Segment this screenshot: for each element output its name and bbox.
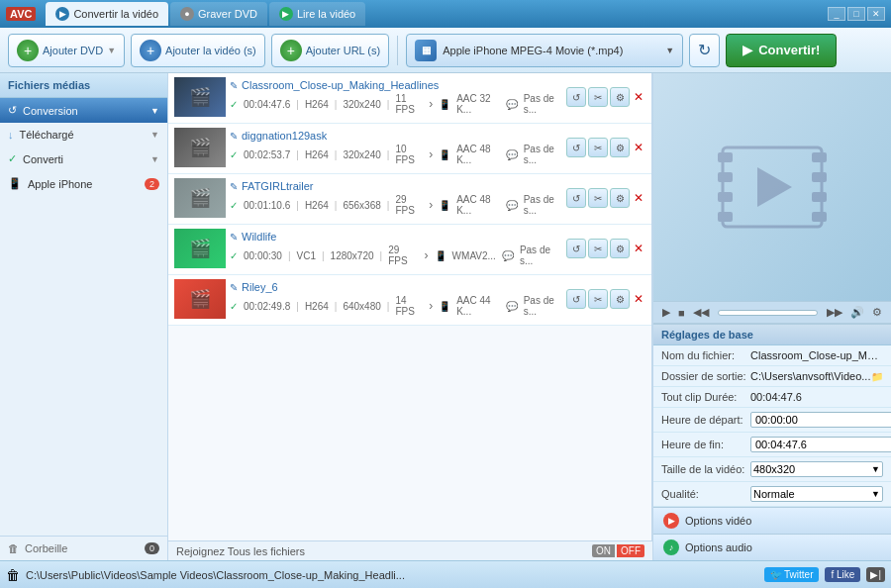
file-refresh-btn-2[interactable]: ↺ bbox=[566, 188, 586, 208]
file-item-1[interactable]: 🎬 ✎ diggnation129ask ✓ 00:02:53.7 | H264… bbox=[168, 124, 651, 174]
file-cut-btn-1[interactable]: ✂ bbox=[588, 138, 608, 157]
sidebar: Fichiers médias ↺ Conversion ▼ ↓ Télécha… bbox=[0, 73, 168, 560]
file-close-btn-2[interactable]: ✕ bbox=[632, 191, 645, 205]
add-url-button[interactable]: + Ajouter URL (s) bbox=[271, 34, 389, 67]
maximize-button[interactable]: □ bbox=[847, 7, 865, 21]
file-item-4[interactable]: 🎬 ✎ Riley_6 ✓ 00:02:49.8 | H264 | 640x48… bbox=[168, 275, 651, 326]
play-button[interactable]: ▶ bbox=[659, 305, 673, 320]
file-thumbnail-3: 🎬 bbox=[174, 229, 226, 268]
file-check-0: ✓ bbox=[230, 99, 238, 110]
progress-bar[interactable] bbox=[718, 310, 818, 316]
file-thumbnail-1: 🎬 bbox=[174, 128, 226, 167]
tab-dvd-label: Graver DVD bbox=[198, 8, 257, 20]
file-actions-2: ↺ ✂ ⚙ ✕ bbox=[566, 188, 645, 208]
sub-icon-2: 💬 bbox=[506, 200, 518, 211]
sidebar-header: Fichiers médias bbox=[0, 73, 167, 98]
file-close-btn-0[interactable]: ✕ bbox=[632, 90, 645, 104]
toggle-on[interactable]: ON bbox=[592, 544, 615, 557]
divider-2: | bbox=[296, 200, 299, 211]
twitter-icon: 🐦 bbox=[770, 569, 782, 580]
edit-icon-3: ✎ bbox=[230, 232, 238, 243]
file-settings-btn-2[interactable]: ⚙ bbox=[610, 188, 630, 208]
file-settings-btn-3[interactable]: ⚙ bbox=[610, 239, 630, 258]
sidebar-trash[interactable]: 🗑 Corbeille 0 bbox=[0, 536, 167, 560]
audio-4: AAC 44 K... bbox=[456, 295, 500, 317]
twitter-button[interactable]: 🐦 Twitter bbox=[764, 567, 819, 582]
add-dvd-dropdown-icon[interactable]: ▼ bbox=[107, 46, 116, 55]
file-cut-btn-0[interactable]: ✂ bbox=[588, 87, 608, 107]
sub-icon-4: 💬 bbox=[506, 301, 518, 312]
sidebar-item-converti[interactable]: ✓ Converti ▼ bbox=[0, 147, 167, 171]
file-list: 🎬 ✎ Classroom_Close-up_Making_Headlines … bbox=[168, 73, 652, 540]
file-settings-btn-1[interactable]: ⚙ bbox=[610, 138, 630, 157]
format-selector[interactable]: ▦ Apple iPhone MPEG-4 Movie (*.mp4) ▼ bbox=[406, 34, 683, 67]
settings-input-start[interactable] bbox=[750, 412, 891, 428]
file-meta-0: ✓ 00:04:47.6 | H264 | 320x240 | 11 FPS ›… bbox=[230, 93, 562, 115]
duration-3: 00:00:30 bbox=[244, 250, 282, 261]
file-close-btn-4[interactable]: ✕ bbox=[632, 292, 645, 306]
divider3-4: | bbox=[387, 301, 390, 312]
file-item-0[interactable]: 🎬 ✎ Classroom_Close-up_Making_Headlines … bbox=[168, 73, 651, 124]
file-settings-btn-4[interactable]: ⚙ bbox=[610, 289, 630, 309]
options-video-button[interactable]: ▶ Options vidéo bbox=[653, 507, 891, 534]
svg-rect-2 bbox=[718, 172, 733, 182]
join-toggle[interactable]: ON OFF bbox=[592, 544, 644, 557]
svg-rect-8 bbox=[812, 212, 827, 222]
file-meta-4: ✓ 00:02:49.8 | H264 | 640x480 | 14 FPS ›… bbox=[230, 295, 562, 317]
audio-icon-0: 📱 bbox=[439, 99, 450, 110]
stop-button[interactable]: ■ bbox=[675, 306, 688, 320]
file-refresh-btn-1[interactable]: ↺ bbox=[566, 138, 586, 157]
file-cut-btn-4[interactable]: ✂ bbox=[588, 289, 608, 309]
facebook-button[interactable]: f Like bbox=[825, 567, 860, 582]
add-video-button[interactable]: + Ajouter la vidéo (s) bbox=[131, 34, 265, 67]
toggle-off[interactable]: OFF bbox=[617, 544, 644, 557]
settings-select-size[interactable]: 480x320 ▼ bbox=[750, 461, 883, 477]
settings-value-duration: 00:04:47.6 bbox=[750, 391, 883, 403]
file-cut-btn-3[interactable]: ✂ bbox=[588, 239, 608, 258]
prev-button[interactable]: ◀◀ bbox=[690, 305, 712, 320]
file-refresh-btn-4[interactable]: ↺ bbox=[566, 289, 586, 309]
volume-button[interactable]: 🔊 bbox=[847, 305, 867, 320]
minimize-button[interactable]: _ bbox=[828, 7, 845, 21]
join-label: Rejoignez Tous les fichiers bbox=[176, 545, 305, 557]
tab-dvd[interactable]: ● Graver DVD bbox=[170, 2, 267, 26]
settings-input-end[interactable] bbox=[750, 437, 891, 452]
options-video-label: Options vidéo bbox=[685, 515, 751, 527]
add-dvd-label: Ajouter DVD bbox=[43, 45, 103, 56]
file-thumbnail-2: 🎬 bbox=[174, 178, 226, 218]
file-refresh-btn-3[interactable]: ↺ bbox=[566, 239, 586, 258]
tab-convert[interactable]: ▶ Convertir la vidéo bbox=[46, 2, 168, 26]
sidebar-item-apple-iphone[interactable]: 📱 Apple iPhone 2 bbox=[0, 171, 167, 196]
file-item-2[interactable]: 🎬 ✎ FATGIRLtrailer ✓ 00:01:10.6 | H264 |… bbox=[168, 174, 651, 225]
arrow-4: › bbox=[429, 299, 433, 313]
divider2-2: | bbox=[335, 200, 338, 211]
divider-1: | bbox=[296, 149, 299, 160]
file-cut-btn-2[interactable]: ✂ bbox=[588, 188, 608, 208]
more-button[interactable]: ▶| bbox=[866, 567, 885, 582]
file-info-1: ✎ diggnation129ask ✓ 00:02:53.7 | H264 |… bbox=[230, 130, 562, 165]
file-refresh-btn-0[interactable]: ↺ bbox=[566, 87, 586, 107]
file-close-btn-3[interactable]: ✕ bbox=[632, 242, 645, 255]
divider2-1: | bbox=[335, 149, 338, 160]
convert-button[interactable]: ▶ Convertir! bbox=[726, 34, 837, 67]
settings-select-quality[interactable]: Normale ▼ bbox=[750, 486, 883, 502]
settings-row-filename: Nom du fichier: Classroom_Close-up_Maki.… bbox=[653, 345, 891, 366]
close-button[interactable]: ✕ bbox=[867, 7, 885, 21]
format-dropdown-icon[interactable]: ▼ bbox=[665, 46, 674, 55]
refresh-button[interactable]: ↻ bbox=[689, 34, 720, 67]
file-item-3[interactable]: 🎬 ✎ Wildlife ✓ 00:00:30 | VC1 | 1280x720 bbox=[168, 225, 651, 275]
settings-ctrl-button[interactable]: ⚙ bbox=[869, 305, 885, 320]
main-layout: Fichiers médias ↺ Conversion ▼ ↓ Télécha… bbox=[0, 73, 891, 560]
sidebar-item-telecharge[interactable]: ↓ Téléchargé ▼ bbox=[0, 123, 167, 147]
add-url-label: Ajouter URL (s) bbox=[306, 45, 380, 56]
file-close-btn-1[interactable]: ✕ bbox=[632, 141, 645, 154]
file-settings-btn-0[interactable]: ⚙ bbox=[610, 87, 630, 107]
options-audio-button[interactable]: ♪ Options audio bbox=[653, 534, 891, 560]
browse-folder-button[interactable]: 📁 bbox=[871, 371, 883, 382]
duration-0: 00:04:47.6 bbox=[244, 99, 290, 110]
add-dvd-button[interactable]: + Ajouter DVD ▼ bbox=[8, 34, 125, 67]
sidebar-item-conversion[interactable]: ↺ Conversion ▼ bbox=[0, 98, 167, 123]
next-button[interactable]: ▶▶ bbox=[824, 305, 845, 320]
tab-play[interactable]: ▶ Lire la vidéo bbox=[269, 2, 365, 26]
settings-label-end: Heure de fin: bbox=[661, 439, 750, 450]
